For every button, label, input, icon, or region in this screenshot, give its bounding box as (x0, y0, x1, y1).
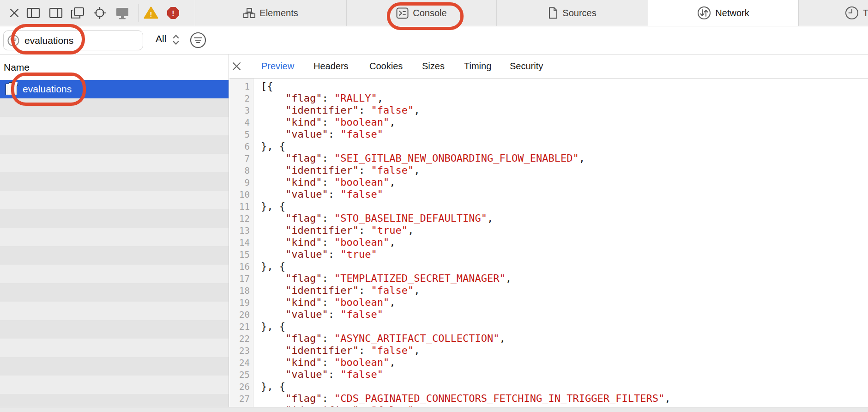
json-preview-editor[interactable]: 1[{2 "flag": "RALLY",3 "identifier": "fa… (229, 79, 868, 412)
empty-request-row (0, 172, 229, 191)
tab-network-label: Network (715, 8, 749, 18)
code-line-content: "value": "false" (261, 309, 383, 321)
code-line-content: }, { (261, 261, 285, 273)
float-window-icon[interactable] (70, 7, 85, 19)
tab-network[interactable]: Network (648, 0, 798, 26)
tab-sources[interactable]: Sources (496, 0, 648, 26)
filter-options-button[interactable] (189, 31, 207, 51)
request-detail-panel: Preview Headers Cookies Sizes Timing Sec… (229, 55, 868, 412)
empty-request-row (0, 265, 229, 283)
scope-select[interactable]: All (156, 33, 166, 44)
code-line: 2 "flag": "RALLY", (229, 92, 868, 104)
network-icon (697, 6, 711, 20)
request-list-panel: Name evaluations (0, 55, 229, 412)
line-number: 23 (229, 345, 253, 356)
detail-tab-sizes[interactable]: Sizes (422, 61, 445, 72)
empty-request-row (0, 191, 229, 209)
code-line: 20 "value": "false" (229, 309, 868, 321)
tab-timelines[interactable]: T (798, 0, 868, 26)
tab-timelines-label: T (863, 8, 868, 18)
line-number: 10 (229, 189, 253, 200)
code-line: 27 "flag": "CDS_PAGINATED_CONNECTORS_FET… (229, 393, 868, 405)
line-number: 21 (229, 321, 253, 332)
code-line-content: "identifier": "false", (261, 104, 420, 116)
code-line-content: "kind": "boolean", (261, 297, 395, 309)
code-line: 7 "flag": "SEI_GITLAB_NEW_ONBOARDING_FLO… (229, 152, 868, 164)
resource-document-icon (6, 82, 18, 96)
empty-request-row (0, 209, 229, 228)
code-line: 1[{ (229, 80, 868, 92)
search-input-value: evaluations (24, 35, 73, 46)
empty-request-row (0, 246, 229, 265)
line-number: 19 (229, 297, 253, 308)
line-number: 12 (229, 213, 253, 224)
code-line-content: "identifier": "true", (261, 224, 414, 236)
code-line-content: "value": "true" (261, 248, 377, 261)
close-inspector-icon[interactable] (6, 7, 22, 19)
request-row-label: evaluations (23, 84, 72, 95)
code-line-content: }, { (261, 381, 285, 393)
code-line-content: "flag": "RALLY", (261, 92, 383, 104)
clock-icon (845, 6, 859, 20)
code-line: 3 "identifier": "false", (229, 104, 868, 116)
element-picker-icon[interactable] (92, 7, 107, 19)
error-octagon-icon[interactable]: ! (165, 7, 181, 19)
line-number: 14 (229, 237, 253, 248)
close-detail-icon[interactable] (231, 61, 242, 72)
code-line-content: "kind": "boolean", (261, 176, 395, 188)
line-number: 24 (229, 357, 253, 368)
tab-console-label: Console (413, 8, 446, 18)
code-line: 8 "identifier": "false", (229, 164, 868, 176)
dock-to-bottom-icon[interactable] (48, 7, 63, 19)
code-line: 15 "value": "true" (229, 248, 868, 261)
line-number: 5 (229, 129, 253, 139)
code-line: 22 "flag": "ASYNC_ARTIFACT_COLLECTION", (229, 333, 868, 345)
tab-console[interactable]: Console (346, 0, 496, 26)
code-line-content: "flag": "STO_BASELINE_DEFAULTING", (261, 212, 493, 224)
empty-request-row (0, 228, 229, 246)
empty-request-row (0, 376, 229, 394)
empty-request-rows (0, 98, 229, 412)
code-line-content: "kind": "boolean", (261, 357, 395, 369)
line-number: 6 (229, 141, 253, 151)
search-input[interactable]: evaluations (3, 30, 143, 50)
dock-to-side-icon[interactable] (25, 7, 41, 19)
code-line: 17 "flag": "TEMPLATIZED_SECRET_MANAGER", (229, 273, 868, 285)
horizontal-scrollbar-track[interactable] (0, 407, 868, 412)
empty-request-row (0, 283, 229, 302)
code-line-content: [{ (261, 80, 273, 92)
detail-tab-preview[interactable]: Preview (261, 61, 294, 72)
code-line-content: "flag": "TEMPLATIZED_SECRET_MANAGER", (261, 273, 512, 285)
detail-tab-timing[interactable]: Timing (464, 61, 491, 72)
detail-tab-security[interactable]: Security (510, 61, 543, 72)
line-number: 3 (229, 105, 253, 115)
tab-elements[interactable]: Elements (195, 0, 346, 26)
detail-tab-cookies[interactable]: Cookies (369, 61, 403, 72)
code-line: 23 "identifier": "false", (229, 345, 868, 357)
svg-text:!: ! (172, 10, 174, 18)
code-line-content: }, { (261, 140, 285, 152)
line-number: 20 (229, 309, 253, 320)
code-line: 11}, { (229, 200, 868, 212)
code-line: 4 "kind": "boolean", (229, 116, 868, 128)
scope-stepper-icon[interactable] (172, 33, 180, 48)
code-line: 25 "value": "false" (229, 369, 868, 381)
empty-request-row (0, 357, 229, 376)
detail-tab-headers[interactable]: Headers (313, 61, 349, 72)
line-number: 16 (229, 261, 253, 272)
warning-triangle-icon[interactable]: ! (143, 7, 158, 19)
code-line: 14 "kind": "boolean", (229, 236, 868, 248)
console-icon (396, 7, 409, 19)
code-line-content: "flag": "ASYNC_ARTIFACT_COLLECTION", (261, 333, 506, 345)
code-line-content: "value": "false" (261, 188, 383, 200)
tab-sources-label: Sources (562, 8, 596, 18)
svg-text:!: ! (150, 10, 152, 18)
code-line: 21}, { (229, 321, 868, 333)
code-line: 26}, { (229, 381, 868, 393)
line-number: 9 (229, 177, 253, 188)
empty-request-row (0, 320, 229, 339)
request-row-evaluations[interactable]: evaluations (0, 80, 229, 98)
line-number: 1 (229, 81, 253, 91)
device-icon[interactable] (115, 7, 130, 19)
detail-tab-bar: Preview Headers Cookies Sizes Timing Sec… (229, 55, 868, 79)
